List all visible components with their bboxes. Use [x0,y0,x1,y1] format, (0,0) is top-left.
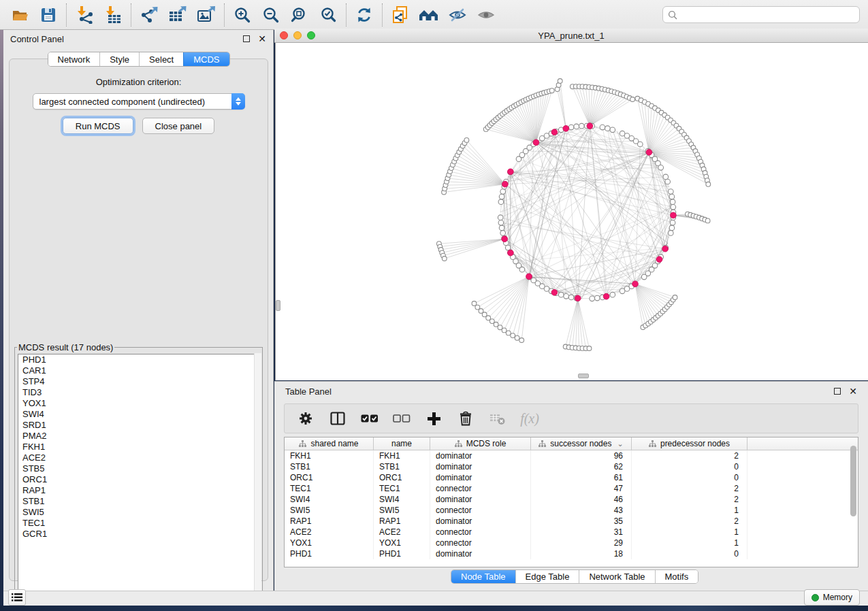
tab-mcds[interactable]: MCDS [183,52,229,66]
mcds-result-item[interactable]: SRD1 [18,420,259,431]
close-panel-button[interactable]: Close panel [142,118,215,134]
mcds-result-item[interactable]: ORC1 [18,474,259,485]
window-close-icon[interactable] [280,31,288,39]
refresh-view-button[interactable] [350,2,379,28]
table-panel: Table Panel ✕ f(x) shared namenameMCDS r… [274,381,868,591]
window-minimize-icon[interactable] [293,31,302,39]
open-file-button[interactable] [5,2,34,28]
column-header-mcds-role[interactable]: MCDS role [430,437,531,450]
zoom-in-button[interactable] [228,2,257,28]
tab-style[interactable]: Style [99,52,139,66]
table-row-swi5[interactable]: SWI5SWI5connector431 [285,505,858,516]
canvas-vertical-scrollbar[interactable] [276,300,280,311]
table-settings-button[interactable] [297,410,315,427]
table-tab-motifs[interactable]: Motifs [655,570,698,583]
float-panel-icon[interactable] [243,35,250,42]
zoom-selected-button[interactable] [314,2,342,28]
export-table-button[interactable] [163,2,192,28]
mcds-result-list[interactable]: PHD1CAR1STP4TID3YOX1SWI4SRD1PMA2FKH1ACE2… [18,354,260,597]
table-row-swi4[interactable]: SWI4SWI4dominator462 [285,494,858,505]
export-network-button[interactable] [135,2,163,28]
mcds-result-item[interactable]: TEC1 [18,518,259,529]
table-tabs: Node TableEdge TableNetwork TableMotifs [451,569,698,584]
cell-shared-name: TEC1 [285,483,374,494]
zoom-out-button[interactable] [257,2,285,28]
tab-select[interactable]: Select [139,52,183,66]
mcds-result-item[interactable]: TID3 [18,387,259,398]
deselect-all-rows-button[interactable] [393,410,411,427]
column-header-name[interactable]: name [374,437,430,450]
main-toolbar [0,0,868,30]
select-all-rows-button[interactable] [361,410,379,427]
mcds-result-item[interactable]: RAP1 [18,485,259,496]
import-table-button[interactable] [99,2,127,28]
export-image-button[interactable] [192,2,221,28]
mcds-result-item[interactable]: STP4 [18,376,259,387]
window-maximize-icon[interactable] [307,31,315,39]
memory-button[interactable]: Memory [804,589,860,606]
delete-table-button[interactable] [489,410,507,427]
mcds-result-item[interactable]: PHD1 [18,354,259,365]
mcds-result-item[interactable]: YOX1 [18,398,259,409]
table-scrollbar[interactable] [850,446,856,516]
canvas-horizontal-scrollbar[interactable] [578,374,589,378]
run-mcds-button[interactable]: Run MCDS [63,118,133,134]
search-box[interactable] [662,6,860,23]
column-header-shared-name[interactable]: shared name [285,437,374,450]
save-session-button[interactable] [34,2,63,28]
search-input[interactable] [681,10,854,20]
desktop-wallpaper [0,30,3,606]
mcds-result-item[interactable]: STB5 [18,463,259,474]
column-header-predecessor-nodes[interactable]: predecessor nodes [632,437,748,450]
deselect-all-icon [393,414,411,423]
tab-network[interactable]: Network [48,52,99,66]
table-tab-node-table[interactable]: Node Table [451,570,515,583]
mcds-result-item[interactable]: SWI5 [18,507,259,518]
mcds-list-scrollbar[interactable] [254,353,261,595]
table-row-phd1[interactable]: PHD1PHD1dominator180 [285,548,858,559]
network-window-titlebar[interactable]: YPA_prune.txt_1 [274,29,868,43]
float-table-panel-icon[interactable] [834,388,841,395]
mcds-result-item[interactable]: CAR1 [18,365,259,376]
hide-selected-button[interactable] [443,2,472,28]
import-network-button[interactable] [70,2,99,28]
show-all-button[interactable] [472,2,500,28]
node-table: shared namenameMCDS rolesuccessor nodes⌄… [284,437,858,567]
criterion-select[interactable]: largest connected component (undirected) [33,93,245,110]
table-row-rap1[interactable]: RAP1RAP1dominator352 [285,516,858,527]
toolbar-separator [224,3,225,27]
column-header-successor-nodes[interactable]: successor nodes⌄ [531,437,632,450]
table-tab-edge-table[interactable]: Edge Table [515,570,579,583]
show-hide-columns-button[interactable] [329,410,347,427]
table-tab-network-table[interactable]: Network Table [579,570,654,583]
first-neighbors-icon [419,6,439,24]
network-graph[interactable] [276,43,868,380]
mcds-result-item[interactable]: STB1 [18,496,259,507]
mcds-result-item[interactable]: GCR1 [18,529,259,540]
table-row-yox1[interactable]: YOX1YOX1connector291 [285,538,858,548]
mcds-result-item[interactable]: ACE2 [18,452,259,463]
table-row-stb1[interactable]: STB1STB1dominator620 [285,461,858,472]
function-builder-button[interactable]: f(x) [521,410,539,427]
table-row-ace2[interactable]: ACE2ACE2connector311 [285,527,858,538]
plus-icon [428,412,440,425]
delete-column-button[interactable] [457,410,475,427]
mcds-result-item[interactable]: PMA2 [18,431,259,442]
close-panel-icon[interactable]: ✕ [258,34,266,44]
network-canvas[interactable] [275,43,868,380]
mcds-result-item[interactable]: FKH1 [18,442,259,452]
table-row-orc1[interactable]: ORC1ORC1dominator610 [285,472,858,483]
zoom-fit-button[interactable] [285,2,314,28]
cell-predecessor-nodes: 2 [632,516,748,527]
table-panel-title: Table Panel [285,386,332,397]
mcds-result-item[interactable]: SWI4 [18,409,259,420]
close-table-panel-icon[interactable]: ✕ [849,386,857,396]
table-row-fkh1[interactable]: FKH1FKH1dominator962 [285,450,858,461]
control-panel-title: Control Panel [10,34,64,44]
clone-network-button[interactable] [386,2,415,28]
task-history-button[interactable] [8,589,26,606]
cell-name: FKH1 [374,450,430,461]
first-neighbors-button[interactable] [415,2,443,28]
table-row-tec1[interactable]: TEC1TEC1connector472 [285,483,858,494]
add-column-button[interactable] [425,410,443,427]
